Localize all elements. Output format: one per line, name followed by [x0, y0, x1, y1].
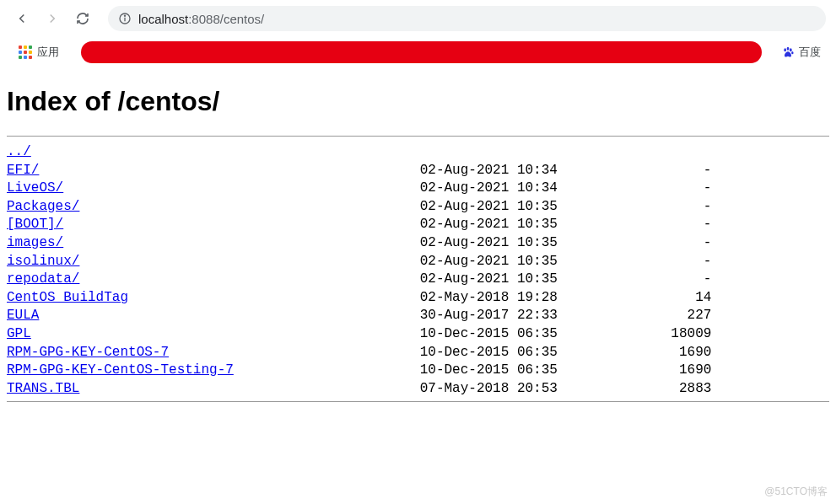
url-display: localhost:8088/centos/ [138, 12, 264, 26]
url-path: /centos/ [220, 12, 265, 26]
listing-link[interactable]: GPL [7, 326, 31, 341]
watermark: @51CTO博客 [764, 485, 828, 499]
divider-bottom [7, 401, 829, 402]
listing-link[interactable]: repodata/ [7, 271, 79, 287]
divider-top [7, 136, 829, 137]
address-bar[interactable]: localhost:8088/centos/ [108, 6, 826, 31]
svg-point-5 [790, 48, 792, 51]
apps-label: 应用 [37, 45, 59, 60]
listing-link[interactable]: EULA [7, 308, 39, 323]
listing-link[interactable]: TRANS.TBL [7, 381, 79, 396]
listing-link[interactable]: LiveOS/ [7, 180, 63, 196]
page-content: Index of /centos/ ../ EFI/ 02-Aug-2021 1… [0, 67, 836, 412]
baidu-paw-icon [780, 45, 796, 60]
listing-link[interactable]: [BOOT]/ [7, 217, 63, 232]
svg-point-2 [124, 15, 125, 16]
listing-link[interactable]: CentOS_BuildTag [7, 290, 128, 305]
svg-point-4 [787, 47, 790, 51]
bookmark-baidu[interactable]: 百度 [777, 41, 824, 63]
url-port: :8088 [188, 12, 220, 26]
directory-listing: ../ EFI/ 02-Aug-2021 10:34 - LiveOS/ 02-… [7, 140, 829, 398]
page-title: Index of /centos/ [7, 74, 829, 132]
forward-button[interactable] [40, 7, 64, 30]
listing-link[interactable]: images/ [7, 235, 63, 250]
listing-link[interactable]: RPM-GPG-KEY-CentOS-7 [7, 345, 169, 360]
apps-grid-icon [19, 46, 32, 59]
listing-link[interactable]: RPM-GPG-KEY-CentOS-Testing-7 [7, 362, 234, 378]
listing-link[interactable]: EFI/ [7, 163, 39, 178]
reload-icon [75, 11, 90, 26]
parent-dir-link[interactable]: ../ [7, 144, 31, 159]
site-info-icon[interactable] [118, 12, 132, 25]
redacted-region [81, 41, 762, 63]
bookmarks-bar: 应用 百度 [0, 37, 836, 67]
bookmark-baidu-label: 百度 [799, 45, 821, 60]
arrow-right-icon [45, 11, 60, 26]
arrow-left-icon [14, 11, 30, 26]
svg-point-3 [784, 48, 786, 51]
listing-link[interactable]: Packages/ [7, 199, 79, 214]
browser-toolbar: localhost:8088/centos/ [0, 0, 836, 37]
listing-link[interactable]: isolinux/ [7, 254, 79, 269]
svg-point-6 [791, 51, 793, 54]
url-host: localhost [138, 12, 188, 26]
back-button[interactable] [10, 7, 34, 30]
reload-button[interactable] [71, 7, 94, 30]
apps-button[interactable]: 应用 [12, 41, 66, 63]
